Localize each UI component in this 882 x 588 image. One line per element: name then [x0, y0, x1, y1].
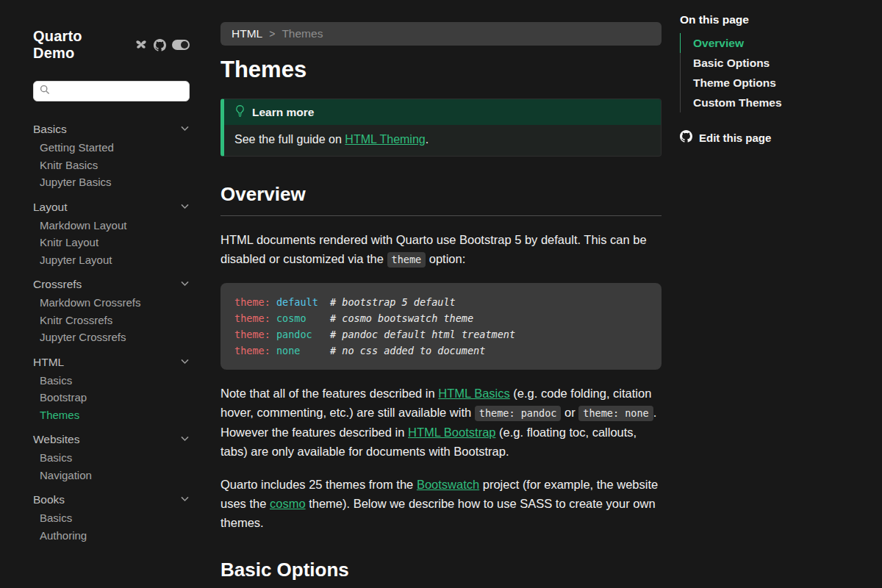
- sidebar-section: BooksBasicsAuthoring: [33, 491, 190, 544]
- code-key: theme:: [234, 345, 276, 356]
- breadcrumb: HTML > Themes: [220, 22, 662, 46]
- sidebar-item-authoring[interactable]: Authoring: [33, 527, 190, 545]
- search-box[interactable]: [33, 81, 190, 101]
- learn-more-callout: Learn more See the full guide on HTML Th…: [220, 98, 662, 157]
- sidebar-section-title[interactable]: Basics: [33, 121, 190, 138]
- sidebar-item-bootstrap[interactable]: Bootstrap: [33, 389, 190, 406]
- sidebar-item-knitr-basics[interactable]: Knitr Basics: [33, 157, 190, 174]
- callout-title: Learn more: [252, 106, 314, 119]
- code-value: default: [276, 296, 318, 308]
- sidebar-item-jupyter-crossrefs[interactable]: Jupyter Crossrefs: [33, 329, 190, 346]
- sidebar-section: BasicsGetting StartedKnitr BasicsJupyter…: [33, 121, 190, 191]
- breadcrumb-current: Themes: [282, 27, 323, 40]
- lightbulb-icon: [234, 104, 245, 120]
- breadcrumb-parent[interactable]: HTML: [232, 27, 262, 40]
- chevron-down-icon: [180, 123, 190, 136]
- sidebar-item-jupyter-basics[interactable]: Jupyter Basics: [33, 173, 190, 191]
- section-heading: Basic Options: [220, 559, 662, 588]
- sidebar-item-basics[interactable]: Basics: [33, 509, 190, 527]
- sidebar-section-label: Books: [33, 493, 65, 506]
- callout-body: See the full guide on HTML Theming.: [224, 125, 661, 156]
- sidebar-section-label: Crossrefs: [33, 278, 82, 291]
- callout-header: Learn more: [224, 99, 661, 125]
- sidebar-section-title[interactable]: Layout: [33, 198, 190, 216]
- sidebar-section-items: BasicsAuthoring: [33, 509, 190, 544]
- code-line: theme: pandoc # pandoc default html trea…: [234, 326, 648, 343]
- sidebar-item-getting-started[interactable]: Getting Started: [33, 139, 190, 157]
- code-line: theme: cosmo # cosmo bootswatch theme: [234, 310, 648, 326]
- code-key: theme:: [234, 329, 276, 340]
- chevron-down-icon: [180, 356, 190, 369]
- toc-item-theme-options[interactable]: Theme Options: [680, 73, 871, 93]
- github-icon[interactable]: [154, 39, 166, 51]
- inline-link[interactable]: Bootswatch: [417, 478, 479, 491]
- code-value: cosmo: [276, 312, 306, 324]
- sidebar-item-markdown-crossrefs[interactable]: Markdown Crossrefs: [33, 294, 190, 312]
- breadcrumb-separator: >: [269, 28, 275, 40]
- sidebar-section: CrossrefsMarkdown CrossrefsKnitr Crossre…: [33, 276, 190, 346]
- section-heading: Overview: [220, 183, 662, 216]
- sidebar-item-themes[interactable]: Themes: [33, 406, 190, 424]
- github-icon: [680, 130, 692, 146]
- inline-code: theme: [387, 252, 426, 268]
- search-input[interactable]: [54, 86, 183, 97]
- code-value: pandoc: [276, 329, 312, 340]
- code-block: theme: default # bootstrap 5 defaultthem…: [220, 283, 662, 370]
- sidebar-section-title[interactable]: Crossrefs: [33, 276, 190, 293]
- sidebar-section-label: HTML: [33, 356, 64, 369]
- code-comment: # bootstrap 5 default: [318, 296, 456, 308]
- inline-link[interactable]: HTML Theming: [345, 133, 425, 146]
- chevron-down-icon: [180, 201, 190, 214]
- sidebar-section: WebsitesBasicsNavigation: [33, 431, 190, 484]
- sidebar-item-markdown-layout[interactable]: Markdown Layout: [33, 217, 190, 234]
- edit-this-page-link[interactable]: Edit this page: [680, 130, 871, 146]
- code-comment: # no css added to document: [300, 345, 485, 356]
- sidebar-section-items: Markdown CrossrefsKnitr CrossrefsJupyter…: [33, 294, 190, 346]
- left-sidebar: Quarto Demo BasicsGetting StartedKnitr B…: [0, 0, 200, 588]
- toc-item-basic-options[interactable]: Basic Options: [680, 53, 871, 73]
- chevron-down-icon: [180, 493, 190, 506]
- code-comment: # cosmo bootswatch theme: [306, 312, 474, 324]
- article-sections: OverviewHTML documents rendered with Qua…: [220, 183, 662, 588]
- site-title[interactable]: Quarto Demo: [33, 28, 126, 62]
- chevron-down-icon: [180, 433, 190, 446]
- sidebar-section-items: BasicsBootstrapThemes: [33, 372, 190, 424]
- sidebar-section-label: Websites: [33, 433, 79, 446]
- sidebar-nav: BasicsGetting StartedKnitr BasicsJupyter…: [33, 121, 190, 544]
- sidebar-item-knitr-layout[interactable]: Knitr Layout: [33, 234, 190, 251]
- dark-mode-toggle-icon[interactable]: [172, 40, 190, 50]
- sidebar-section-title[interactable]: Books: [33, 491, 190, 509]
- search-icon: [40, 85, 50, 98]
- inline-link[interactable]: HTML Bootstrap: [408, 426, 496, 439]
- sidebar-section-items: Getting StartedKnitr BasicsJupyter Basic…: [33, 139, 190, 191]
- sidebar-item-navigation[interactable]: Navigation: [33, 467, 190, 484]
- brand-row: Quarto Demo: [33, 28, 190, 62]
- sidebar-section-items: BasicsNavigation: [33, 449, 190, 484]
- inline-link[interactable]: HTML Basics: [438, 387, 510, 400]
- inline-code: theme: none: [578, 406, 653, 421]
- sidebar-item-knitr-crossrefs[interactable]: Knitr Crossrefs: [33, 312, 190, 329]
- code-key: theme:: [234, 296, 276, 308]
- code-line: theme: none # no css added to document: [234, 343, 648, 359]
- inline-link[interactable]: cosmo: [270, 497, 306, 510]
- sidebar-section-title[interactable]: HTML: [33, 354, 190, 371]
- toc-title: On this page: [680, 13, 871, 26]
- sidebar-section-title[interactable]: Websites: [33, 431, 190, 448]
- code-key: theme:: [234, 312, 276, 324]
- butterfly-icon[interactable]: [135, 39, 148, 51]
- sidebar-item-jupyter-layout[interactable]: Jupyter Layout: [33, 251, 190, 269]
- chevron-down-icon: [180, 278, 190, 291]
- page-title: Themes: [220, 57, 662, 83]
- paragraph: Note that all of the features described …: [220, 384, 662, 461]
- sidebar-item-basics[interactable]: Basics: [33, 449, 190, 467]
- code-value: none: [276, 345, 301, 356]
- inline-code: theme: pandoc: [475, 406, 562, 421]
- edit-this-page-label: Edit this page: [699, 132, 771, 144]
- paragraph: Quarto includes 25 themes from the Boots…: [220, 475, 662, 532]
- sidebar-item-basics[interactable]: Basics: [33, 372, 190, 390]
- toc-item-overview[interactable]: Overview: [680, 33, 871, 53]
- sidebar-section: LayoutMarkdown LayoutKnitr LayoutJupyter…: [33, 198, 190, 269]
- sidebar-section: HTMLBasicsBootstrapThemes: [33, 354, 190, 424]
- toc-item-custom-themes[interactable]: Custom Themes: [680, 93, 871, 112]
- sidebar-section-label: Layout: [33, 201, 68, 214]
